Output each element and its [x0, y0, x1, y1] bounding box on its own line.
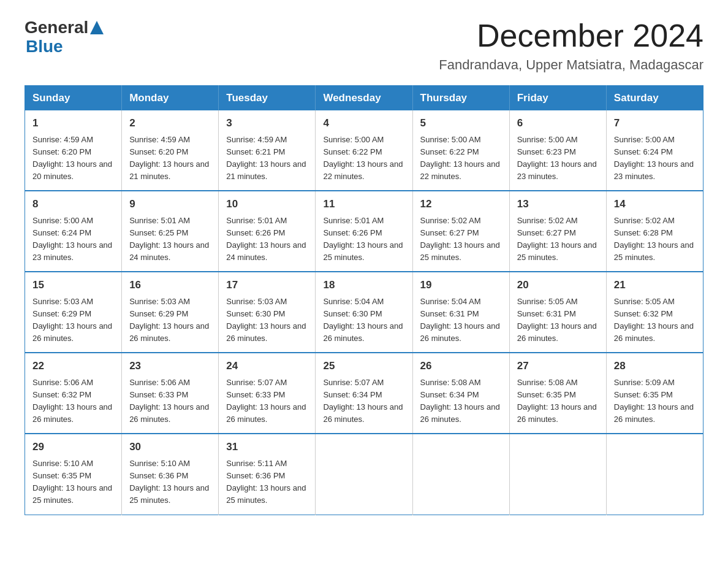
calendar-cell: 20Sunrise: 5:05 AMSunset: 6:31 PMDayligh…	[509, 272, 606, 353]
day-info: Sunrise: 5:00 AMSunset: 6:24 PMDaylight:…	[32, 215, 114, 264]
day-number: 20	[517, 277, 599, 293]
calendar-week-3: 15Sunrise: 5:03 AMSunset: 6:29 PMDayligh…	[25, 272, 703, 353]
header-day-sunday: Sunday	[25, 86, 122, 111]
calendar-cell: 15Sunrise: 5:03 AMSunset: 6:29 PMDayligh…	[25, 272, 122, 353]
logo: General Blue	[25, 18, 104, 56]
day-info: Sunrise: 5:06 AMSunset: 6:33 PMDaylight:…	[129, 377, 211, 426]
day-info: Sunrise: 5:03 AMSunset: 6:29 PMDaylight:…	[32, 296, 114, 345]
day-info: Sunrise: 5:00 AMSunset: 6:23 PMDaylight:…	[517, 134, 599, 183]
month-title: December 2024	[439, 18, 703, 53]
day-info: Sunrise: 5:05 AMSunset: 6:32 PMDaylight:…	[614, 296, 696, 345]
calendar-cell: 9Sunrise: 5:01 AMSunset: 6:25 PMDaylight…	[122, 191, 219, 272]
day-info: Sunrise: 5:02 AMSunset: 6:27 PMDaylight:…	[420, 215, 502, 264]
svg-marker-0	[90, 21, 104, 34]
day-info: Sunrise: 5:00 AMSunset: 6:24 PMDaylight:…	[614, 134, 696, 183]
day-number: 2	[129, 115, 211, 131]
day-number: 18	[323, 277, 404, 293]
location-title: Fandrandava, Upper Matsiatra, Madagascar	[439, 57, 703, 73]
day-number: 24	[226, 358, 308, 374]
header-day-tuesday: Tuesday	[219, 86, 316, 111]
calendar-cell: 4Sunrise: 5:00 AMSunset: 6:22 PMDaylight…	[316, 110, 412, 191]
calendar-cell: 5Sunrise: 5:00 AMSunset: 6:22 PMDaylight…	[412, 110, 509, 191]
calendar-week-5: 29Sunrise: 5:10 AMSunset: 6:35 PMDayligh…	[25, 434, 703, 515]
calendar-cell: 12Sunrise: 5:02 AMSunset: 6:27 PMDayligh…	[412, 191, 509, 272]
day-number: 22	[32, 358, 114, 374]
calendar-week-1: 1Sunrise: 4:59 AMSunset: 6:20 PMDaylight…	[25, 110, 703, 191]
header-day-saturday: Saturday	[606, 86, 703, 111]
day-info: Sunrise: 5:07 AMSunset: 6:33 PMDaylight:…	[226, 377, 308, 426]
day-info: Sunrise: 5:01 AMSunset: 6:26 PMDaylight:…	[323, 215, 404, 264]
day-info: Sunrise: 5:07 AMSunset: 6:34 PMDaylight:…	[323, 377, 404, 426]
day-number: 16	[129, 277, 211, 293]
day-number: 4	[323, 115, 404, 131]
calendar-cell	[509, 434, 606, 515]
day-number: 21	[614, 277, 696, 293]
calendar-cell: 19Sunrise: 5:04 AMSunset: 6:31 PMDayligh…	[412, 272, 509, 353]
calendar-week-2: 8Sunrise: 5:00 AMSunset: 6:24 PMDaylight…	[25, 191, 703, 272]
day-number: 28	[614, 358, 696, 374]
day-number: 29	[32, 439, 114, 455]
day-info: Sunrise: 4:59 AMSunset: 6:21 PMDaylight:…	[226, 134, 308, 183]
calendar-cell: 28Sunrise: 5:09 AMSunset: 6:35 PMDayligh…	[606, 353, 703, 434]
calendar-cell: 23Sunrise: 5:06 AMSunset: 6:33 PMDayligh…	[122, 353, 219, 434]
day-number: 1	[32, 115, 114, 131]
day-number: 31	[226, 439, 308, 455]
day-number: 15	[32, 277, 114, 293]
day-info: Sunrise: 5:08 AMSunset: 6:34 PMDaylight:…	[420, 377, 502, 426]
calendar-cell: 13Sunrise: 5:02 AMSunset: 6:27 PMDayligh…	[509, 191, 606, 272]
header-day-friday: Friday	[509, 86, 606, 111]
day-number: 5	[420, 115, 502, 131]
calendar-cell: 3Sunrise: 4:59 AMSunset: 6:21 PMDaylight…	[219, 110, 316, 191]
calendar-cell: 11Sunrise: 5:01 AMSunset: 6:26 PMDayligh…	[316, 191, 412, 272]
page-header: General Blue December 2024 Fandrandava, …	[25, 18, 703, 73]
day-number: 25	[323, 358, 404, 374]
calendar-cell: 30Sunrise: 5:10 AMSunset: 6:36 PMDayligh…	[122, 434, 219, 515]
logo-blue-text: Blue	[26, 37, 63, 56]
day-info: Sunrise: 5:06 AMSunset: 6:32 PMDaylight:…	[32, 377, 114, 426]
calendar-header: SundayMondayTuesdayWednesdayThursdayFrid…	[25, 86, 703, 111]
day-info: Sunrise: 5:09 AMSunset: 6:35 PMDaylight:…	[614, 377, 696, 426]
header-day-monday: Monday	[122, 86, 219, 111]
calendar-cell: 21Sunrise: 5:05 AMSunset: 6:32 PMDayligh…	[606, 272, 703, 353]
day-info: Sunrise: 5:02 AMSunset: 6:27 PMDaylight:…	[517, 215, 599, 264]
day-info: Sunrise: 5:00 AMSunset: 6:22 PMDaylight:…	[323, 134, 404, 183]
day-info: Sunrise: 5:10 AMSunset: 6:36 PMDaylight:…	[129, 458, 211, 507]
calendar-cell: 25Sunrise: 5:07 AMSunset: 6:34 PMDayligh…	[316, 353, 412, 434]
day-number: 6	[517, 115, 599, 131]
calendar-cell: 6Sunrise: 5:00 AMSunset: 6:23 PMDaylight…	[509, 110, 606, 191]
calendar-cell	[412, 434, 509, 515]
calendar-cell: 1Sunrise: 4:59 AMSunset: 6:20 PMDaylight…	[25, 110, 122, 191]
day-info: Sunrise: 5:08 AMSunset: 6:35 PMDaylight:…	[517, 377, 599, 426]
day-number: 13	[517, 196, 599, 212]
calendar-cell: 7Sunrise: 5:00 AMSunset: 6:24 PMDaylight…	[606, 110, 703, 191]
calendar-body: 1Sunrise: 4:59 AMSunset: 6:20 PMDaylight…	[25, 110, 703, 515]
calendar-cell: 24Sunrise: 5:07 AMSunset: 6:33 PMDayligh…	[219, 353, 316, 434]
calendar-cell	[606, 434, 703, 515]
day-number: 26	[420, 358, 502, 374]
day-number: 9	[129, 196, 211, 212]
day-info: Sunrise: 5:10 AMSunset: 6:35 PMDaylight:…	[32, 458, 114, 507]
day-number: 19	[420, 277, 502, 293]
day-number: 23	[129, 358, 211, 374]
day-info: Sunrise: 5:03 AMSunset: 6:30 PMDaylight:…	[226, 296, 308, 345]
day-number: 10	[226, 196, 308, 212]
calendar-table: SundayMondayTuesdayWednesdayThursdayFrid…	[25, 85, 703, 515]
day-info: Sunrise: 4:59 AMSunset: 6:20 PMDaylight:…	[32, 134, 114, 183]
calendar-cell	[316, 434, 412, 515]
header-row: SundayMondayTuesdayWednesdayThursdayFrid…	[25, 86, 703, 111]
day-number: 12	[420, 196, 502, 212]
day-number: 8	[32, 196, 114, 212]
day-number: 14	[614, 196, 696, 212]
calendar-cell: 31Sunrise: 5:11 AMSunset: 6:36 PMDayligh…	[219, 434, 316, 515]
day-number: 11	[323, 196, 404, 212]
day-info: Sunrise: 5:05 AMSunset: 6:31 PMDaylight:…	[517, 296, 599, 345]
calendar-week-4: 22Sunrise: 5:06 AMSunset: 6:32 PMDayligh…	[25, 353, 703, 434]
header-day-thursday: Thursday	[412, 86, 509, 111]
day-info: Sunrise: 5:02 AMSunset: 6:28 PMDaylight:…	[614, 215, 696, 264]
calendar-cell: 22Sunrise: 5:06 AMSunset: 6:32 PMDayligh…	[25, 353, 122, 434]
header-day-wednesday: Wednesday	[316, 86, 412, 111]
logo-triangle-icon	[90, 21, 104, 34]
calendar-cell: 10Sunrise: 5:01 AMSunset: 6:26 PMDayligh…	[219, 191, 316, 272]
day-info: Sunrise: 5:00 AMSunset: 6:22 PMDaylight:…	[420, 134, 502, 183]
day-number: 3	[226, 115, 308, 131]
